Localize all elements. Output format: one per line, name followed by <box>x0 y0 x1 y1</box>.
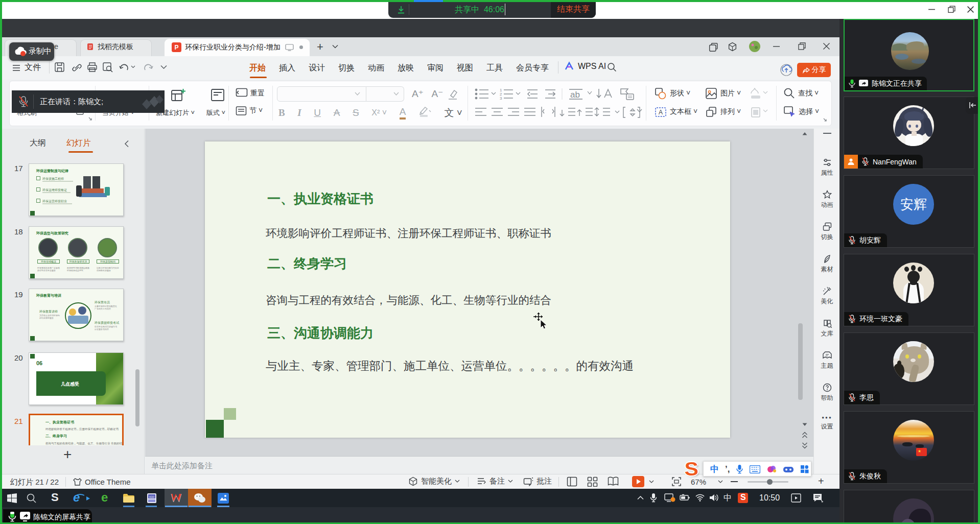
svg-text:P: P <box>174 44 178 51</box>
svg-text:ab: ab <box>570 90 580 100</box>
svg-text:ICO: ICO <box>149 495 155 498</box>
svg-text:3: 3 <box>500 96 502 101</box>
svg-text:A: A <box>659 109 663 116</box>
